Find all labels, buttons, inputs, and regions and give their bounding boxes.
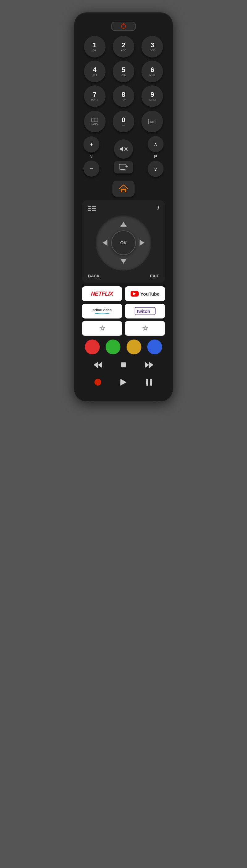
yellow-button[interactable]: [127, 340, 141, 354]
svg-marker-20: [98, 362, 102, 368]
svg-rect-13: [92, 206, 96, 207]
svg-rect-12: [88, 206, 91, 207]
power-button[interactable]: [111, 22, 136, 31]
down-arrow-icon: [120, 259, 127, 264]
prime-video-button[interactable]: prime video: [82, 304, 122, 318]
home-button[interactable]: [112, 181, 135, 197]
svg-marker-21: [94, 362, 98, 368]
left-arrow-icon: [103, 240, 107, 246]
num-8-button[interactable]: 8 TUV: [113, 85, 134, 107]
source-button[interactable]: [114, 161, 133, 174]
youtube-button[interactable]: YouTube: [125, 286, 165, 301]
numpad: 1 J@ 2 ABC 3 DEF 4 GHI 5 JKL 6 MNO 7 PQR…: [82, 36, 165, 107]
green-button[interactable]: [106, 340, 120, 354]
dpad-down-button[interactable]: [117, 255, 130, 268]
svg-rect-27: [150, 379, 152, 385]
fav1-button[interactable]: ☆: [82, 321, 122, 336]
dpad: OK: [96, 215, 151, 271]
fav2-button[interactable]: ☆: [125, 321, 165, 336]
channel-down-button[interactable]: ∨: [148, 161, 164, 177]
media-controls-row2: [82, 375, 165, 389]
right-arrow-icon: [140, 240, 144, 246]
channel-up-button[interactable]: ∧: [148, 136, 164, 152]
svg-rect-26: [146, 379, 148, 385]
teletext-button[interactable]: TXT: [141, 111, 163, 132]
channel-column: ∧ P ∨: [148, 136, 164, 177]
svg-marker-24: [149, 362, 153, 368]
fav2-icon: ☆: [142, 324, 148, 333]
volume-up-button[interactable]: +: [83, 136, 99, 152]
lang-button[interactable]: LANG.: [84, 111, 106, 132]
svg-text:twitch: twitch: [137, 309, 150, 314]
youtube-play-icon: [133, 292, 136, 295]
dpad-right-button[interactable]: [136, 237, 148, 249]
special-row: LANG. 0 — TXT: [82, 111, 165, 132]
mute-button[interactable]: [114, 140, 133, 159]
netflix-button[interactable]: NETFLIX: [82, 286, 122, 301]
num-3-button[interactable]: 3 DEF: [141, 36, 163, 58]
power-icon: [121, 24, 126, 29]
guide-icon[interactable]: [88, 206, 96, 211]
exit-button[interactable]: EXIT: [150, 274, 159, 278]
vcm-section: + V −: [82, 136, 165, 177]
info-icon[interactable]: i: [157, 205, 159, 212]
dpad-up-button[interactable]: [117, 218, 130, 230]
remote-control: 1 J@ 2 ABC 3 DEF 4 GHI 5 JKL 6 MNO 7 PQR…: [74, 12, 173, 401]
num-6-button[interactable]: 6 MNO: [141, 61, 163, 82]
num-4-button[interactable]: 4 GHI: [84, 61, 106, 82]
svg-marker-25: [120, 379, 127, 385]
num-7-button[interactable]: 7 PQRS: [84, 85, 106, 107]
twitch-button[interactable]: twitch: [125, 304, 165, 318]
blue-button[interactable]: [147, 340, 162, 354]
media-controls-row1: [82, 358, 165, 372]
dpad-left-button[interactable]: [99, 237, 111, 249]
num-5-button[interactable]: 5 JKL: [113, 61, 134, 82]
fav1-icon: ☆: [99, 324, 105, 333]
num-0-button[interactable]: 0 —: [113, 111, 134, 132]
record-button[interactable]: [91, 375, 105, 389]
back-exit-row: BACK EXIT: [87, 274, 160, 278]
volume-column: + V −: [83, 136, 99, 177]
svg-rect-8: [119, 164, 126, 169]
pause-button[interactable]: [142, 375, 156, 389]
power-row: [82, 22, 165, 31]
svg-rect-16: [88, 210, 91, 211]
up-arrow-icon: [120, 222, 127, 227]
num-2-button[interactable]: 2 ABC: [113, 36, 134, 58]
num-9-button[interactable]: 9 WXYZ: [141, 85, 163, 107]
num-1-button[interactable]: 1 J@: [84, 36, 106, 58]
back-button[interactable]: BACK: [88, 274, 100, 278]
prime-underline-icon: [95, 312, 110, 314]
nav-top-icons: i: [87, 205, 160, 212]
svg-text:TXT: TXT: [149, 120, 155, 123]
rewind-button[interactable]: [91, 358, 105, 372]
volume-down-button[interactable]: −: [83, 160, 99, 177]
home-row: [82, 181, 165, 197]
svg-rect-14: [88, 208, 91, 209]
svg-rect-9: [120, 169, 125, 170]
twitch-logo-icon: twitch: [134, 307, 156, 315]
red-button[interactable]: [85, 340, 100, 354]
nav-section: i OK BACK EXIT: [82, 200, 165, 283]
stop-button[interactable]: [117, 358, 130, 372]
play-button[interactable]: [117, 375, 130, 389]
app-shortcuts: NETFLIX YouTube prime video twitch ☆ ☆: [82, 286, 165, 336]
svg-marker-23: [145, 362, 149, 368]
record-icon: [95, 379, 101, 385]
svg-rect-15: [92, 208, 96, 209]
color-buttons-row: [82, 340, 165, 354]
fast-forward-button[interactable]: [142, 358, 156, 372]
svg-rect-11: [122, 190, 125, 192]
ok-button[interactable]: OK: [111, 230, 136, 255]
svg-rect-17: [92, 210, 96, 211]
svg-rect-22: [121, 363, 126, 367]
youtube-icon: [131, 291, 139, 297]
